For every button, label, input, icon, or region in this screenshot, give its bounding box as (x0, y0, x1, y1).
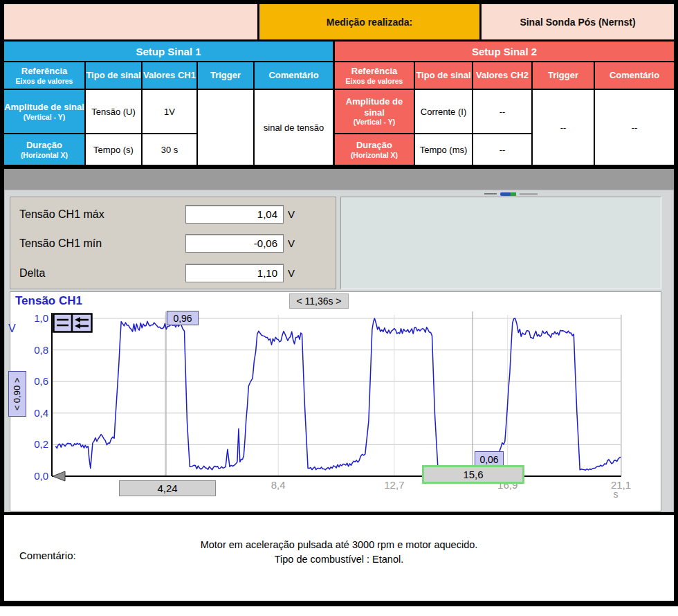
setup2-col-tipo: Tipo de sinal (415, 62, 472, 89)
setup1-row-amplitude: Amplitude de sinal (Vertical - Y) (4, 90, 84, 133)
setup1-col-tipo: Tipo de sinal (86, 62, 141, 89)
waveform-plot (10, 291, 661, 511)
setup1-col-valores: Valores CH1 (143, 62, 196, 89)
measurement-value: Sinal Sonda Pós (Nernst) (520, 17, 635, 28)
report-page: Medição realizada: Sinal Sonda Pós (Nern… (0, 0, 678, 616)
window-icon (500, 192, 511, 196)
setup1-amplitude-tipo: Tensão (U) (86, 90, 141, 133)
setup2-row-amplitude: Amplitude de sinal (Vertical - Y) (335, 90, 414, 133)
y-tick-label: 0,8 (19, 344, 48, 356)
setup2-col-valores: Valores CH2 (473, 62, 531, 89)
setup2-col-trigger: Trigger (533, 62, 594, 89)
setup1-trigger-value (198, 90, 253, 165)
delta-unit: V (288, 267, 295, 279)
header-measurement-label-cell: Medição realizada: (259, 4, 479, 39)
setup1-amplitude-valor: 1V (143, 90, 196, 133)
setup2-col-referencia: Referência Eixos de valores (335, 62, 414, 89)
min-unit: V (288, 237, 295, 249)
comment-line-2: Tipo de combustível : Etanol. (97, 552, 581, 567)
setup1-row-duracao: Duração (Horizontal X) (4, 134, 84, 165)
max-value-input[interactable]: 1,04 (185, 205, 284, 224)
max-marker-label[interactable]: 0,96 (167, 311, 199, 325)
min-value-input[interactable]: -0,06 (185, 234, 284, 253)
window-dash (484, 193, 497, 194)
setup1-col-referencia: Referência Eixos de valores (4, 62, 84, 89)
y-tick-label: 1,0 (19, 312, 48, 324)
setup1-col-trigger: Trigger (198, 62, 253, 89)
header-measurement-value-cell: Sinal Sonda Pós (Nernst) (482, 4, 674, 39)
setup1-title: Setup Sinal 1 (4, 42, 333, 61)
setup-signal-2-table: Setup Sinal 2 Referência Eixos de valore… (335, 42, 674, 165)
window-dash (520, 193, 538, 195)
setup2-row-duracao: Duração (Horizontal X) (335, 134, 414, 165)
setup2-comentario-value: -- (595, 90, 674, 165)
min-label: Tensão CH1 mín (19, 237, 102, 250)
setup1-comentario-value: sinal de tensão (255, 90, 333, 165)
axis-left-arrow[interactable] (53, 471, 65, 481)
x-tick-label: 21,1 (601, 479, 642, 491)
hidden-window-sliver (484, 192, 538, 196)
cursor-tool-icon (53, 313, 93, 333)
x-tick-label: 8,4 (257, 479, 299, 491)
setup2-amplitude-tipo: Corrente (I) (415, 90, 472, 133)
setup2-duracao-tipo: Tempo (ms) (415, 134, 472, 165)
measurement-label: Medição realizada: (327, 17, 413, 28)
waveform (55, 318, 621, 471)
level-marker[interactable]: < 0,90 > (8, 371, 26, 417)
comment-text: Motor em aceleração pulsada até 3000 rpm… (97, 538, 581, 567)
setup-signal-1-table: Setup Sinal 1 Referência Eixos de valore… (4, 42, 333, 165)
setup2-col-comentario: Comentário (595, 62, 674, 89)
delta-label: Delta (19, 267, 45, 280)
window-check-icon (511, 192, 516, 196)
comment-line-1: Motor em aceleração pulsada até 3000 rpm… (97, 538, 581, 552)
cursor-tool-button[interactable] (53, 313, 93, 336)
comment-label: Comentário: (19, 550, 76, 561)
cursor1-box[interactable]: 4,24 (119, 480, 216, 496)
setup2-title: Setup Sinal 2 (335, 42, 674, 61)
setup1-duracao-valor: 30 s (143, 134, 196, 165)
separator-band (4, 169, 674, 190)
max-unit: V (288, 208, 295, 220)
y-tick-label: 0,2 (19, 438, 48, 450)
setup1-duracao-tipo: Tempo (s) (86, 134, 141, 165)
x-tick-label: 12,7 (374, 479, 415, 491)
setup2-duracao-valor: -- (473, 134, 531, 165)
y-tick-label: 0,0 (19, 470, 48, 482)
empty-panel-area (340, 197, 661, 289)
setup1-col-comentario: Comentário (255, 62, 333, 89)
setup2-amplitude-valor: -- (473, 90, 531, 133)
max-label: Tensão CH1 máx (19, 208, 104, 221)
delta-value-input[interactable]: 1,10 (185, 264, 284, 282)
header-empty-cell (4, 4, 257, 39)
setup2-trigger-value: -- (533, 90, 594, 165)
cursor2-box[interactable]: 15,6 (422, 465, 524, 484)
